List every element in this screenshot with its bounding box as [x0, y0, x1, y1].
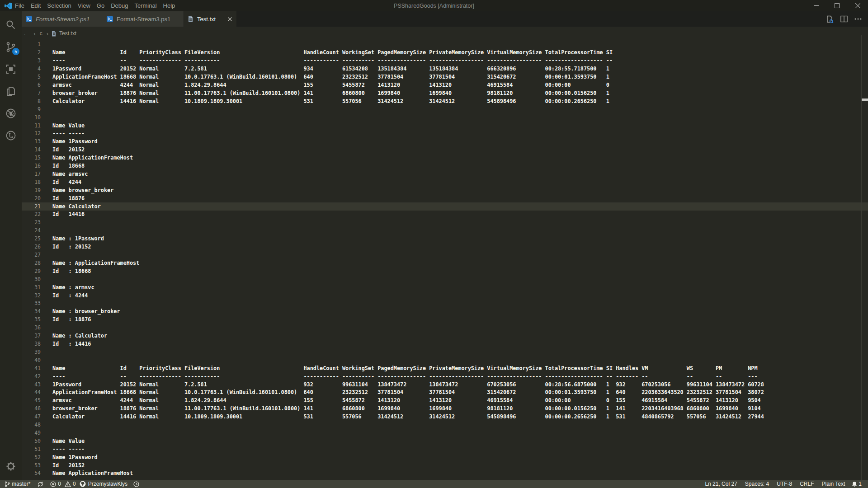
editor-line: 25Name : 1Password: [22, 235, 868, 243]
tab-test-txt[interactable]: Test.txt: [184, 11, 236, 27]
editor-line: 9: [22, 105, 868, 113]
editor-content[interactable]: 12Name Id PriorityClass FileVersion Hand…: [22, 40, 868, 480]
editor-line: 12---- -----: [22, 129, 868, 137]
line-number: 45: [22, 397, 41, 404]
editor-line: 5ApplicationFrameHost 18668 Normal 10.0.…: [22, 73, 868, 81]
disable-debug-icon[interactable]: [5, 108, 17, 119]
more-actions-icon[interactable]: [854, 18, 862, 20]
line-text: ---- -----: [52, 130, 85, 136]
split-editor-icon[interactable]: [840, 15, 848, 23]
line-number: 6: [22, 82, 41, 88]
breadcrumb-item-file[interactable]: Test.txt: [59, 30, 76, 37]
menu-view[interactable]: View: [75, 0, 94, 11]
line-text: 1Password 20152 Normal 7.2.581 934 61534…: [52, 66, 609, 72]
line-number: 20: [22, 195, 41, 202]
line-number: 43: [22, 381, 41, 388]
line-number: 7: [22, 90, 41, 96]
line-text: ---- -- ------------- ----------- ------…: [52, 57, 613, 64]
close-button[interactable]: [847, 0, 868, 11]
line-text: armsvc 4244 Normal 1.824.29.8644 155 545…: [52, 397, 761, 404]
sync-icon[interactable]: [38, 481, 43, 487]
line-number: 23: [22, 219, 41, 225]
language-mode[interactable]: Plain Text: [822, 481, 845, 487]
editor-line: 45armsvc 4244 Normal 1.824.29.8644 155 5…: [22, 396, 868, 404]
breadcrumb-item-c[interactable]: c: [40, 30, 42, 37]
branch-icon: [5, 481, 10, 487]
powershell-file-icon: [106, 15, 113, 23]
line-number: 4: [22, 66, 41, 72]
tab-format-stream2[interactable]: Format-Stream2.ps1: [22, 11, 102, 27]
editor-line: 41Password 20152 Normal 7.2.581 934 6153…: [22, 65, 868, 73]
editor-line: 42---- -- ------------- ----------- ----…: [22, 372, 868, 380]
settings-gear-icon[interactable]: [5, 460, 17, 472]
eol-sequence[interactable]: CRLF: [800, 481, 814, 487]
errors-item[interactable]: 0: [50, 481, 61, 487]
line-number: 15: [22, 155, 41, 161]
line-text: armsvc 4244 Normal 1.824.29.8644 155 545…: [52, 82, 609, 88]
editor-line: 44ApplicationFrameHost 18668 Normal 10.0…: [22, 388, 868, 396]
source-control-icon[interactable]: 5: [5, 41, 17, 53]
line-text: Name Id PriorityClass FileVersion Handle…: [52, 365, 758, 371]
editor-line: 22Id 14416: [22, 211, 868, 219]
clock-icon[interactable]: [133, 481, 139, 487]
maximize-button[interactable]: [826, 0, 847, 11]
line-number: 11: [22, 122, 41, 129]
line-number: 41: [22, 365, 41, 371]
line-text: Id 14416: [52, 211, 85, 217]
line-number: 49: [22, 430, 41, 436]
line-number: 50: [22, 438, 41, 444]
editor-line: 41Name Id PriorityClass FileVersion Hand…: [22, 364, 868, 372]
editor-line: 1: [22, 41, 868, 49]
editor-line: 47Calculator 14416 Normal 10.1809.1809.3…: [22, 413, 868, 421]
line-number: 19: [22, 187, 41, 193]
notifications-item[interactable]: 1: [852, 481, 862, 487]
search-icon[interactable]: [5, 19, 17, 31]
line-text: Id : 18876: [52, 316, 91, 323]
line-text: Calculator 14416 Normal 10.1809.1809.300…: [52, 98, 609, 104]
overview-ruler-border: [861, 35, 862, 480]
line-number: 35: [22, 316, 41, 323]
editor-line: 36: [22, 324, 868, 332]
menu-debug[interactable]: Debug: [108, 0, 131, 11]
minimize-button[interactable]: [806, 0, 826, 11]
line-text: Id 18668: [52, 163, 85, 169]
pages-icon[interactable]: [5, 85, 17, 97]
warnings-item[interactable]: 0: [65, 481, 76, 487]
menu-help[interactable]: Help: [160, 0, 179, 11]
menu-terminal[interactable]: Terminal: [131, 0, 160, 11]
editor-line: 16Id 18668: [22, 162, 868, 170]
editor-line: 6armsvc 4244 Normal 1.824.29.8644 155 54…: [22, 81, 868, 89]
close-tab-icon[interactable]: [228, 17, 232, 21]
encoding[interactable]: UTF-8: [777, 481, 792, 487]
overview-ruler-marker: [862, 99, 868, 101]
editor-line: 11Name Value: [22, 122, 868, 130]
line-number: 42: [22, 373, 41, 380]
editor-line: 53Id 20152: [22, 461, 868, 469]
line-text: Name : browser_broker: [52, 308, 120, 314]
activity-bar: 5: [0, 11, 22, 480]
editor-layout-icon[interactable]: [5, 63, 17, 75]
line-text: Name Id PriorityClass FileVersion Handle…: [52, 49, 613, 56]
tab-format-stream3[interactable]: Format-Stream3.ps1: [102, 11, 184, 27]
git-branch-item[interactable]: master*: [5, 481, 30, 487]
editor-line: 7browser_broker 18876 Normal 11.00.17763…: [22, 89, 868, 97]
line-text: Name : armsvc: [52, 284, 94, 291]
github-icon: [80, 481, 86, 487]
indentation[interactable]: Spaces: 4: [745, 481, 769, 487]
editor-line: 33: [22, 300, 868, 308]
menu-file[interactable]: File: [12, 0, 28, 11]
line-text: Name Value: [52, 122, 85, 129]
menu-go[interactable]: Go: [94, 0, 108, 11]
editor-line: 18Id 4244: [22, 178, 868, 186]
powershell-file-icon: [25, 15, 33, 23]
menu-selection[interactable]: Selection: [44, 0, 74, 11]
line-number: 1: [22, 41, 41, 47]
menu-edit[interactable]: Edit: [28, 0, 44, 11]
line-number: 48: [22, 422, 41, 428]
editor-line: 21Name Calculator: [22, 202, 868, 211]
breadcrumb-item-dot[interactable]: .: [24, 30, 25, 37]
cursor-position[interactable]: Ln 21, Col 27: [705, 481, 737, 487]
git-graph-icon[interactable]: [5, 130, 17, 141]
account-item[interactable]: PrzemyslawKlys: [80, 481, 127, 487]
open-changes-icon[interactable]: [826, 15, 834, 23]
